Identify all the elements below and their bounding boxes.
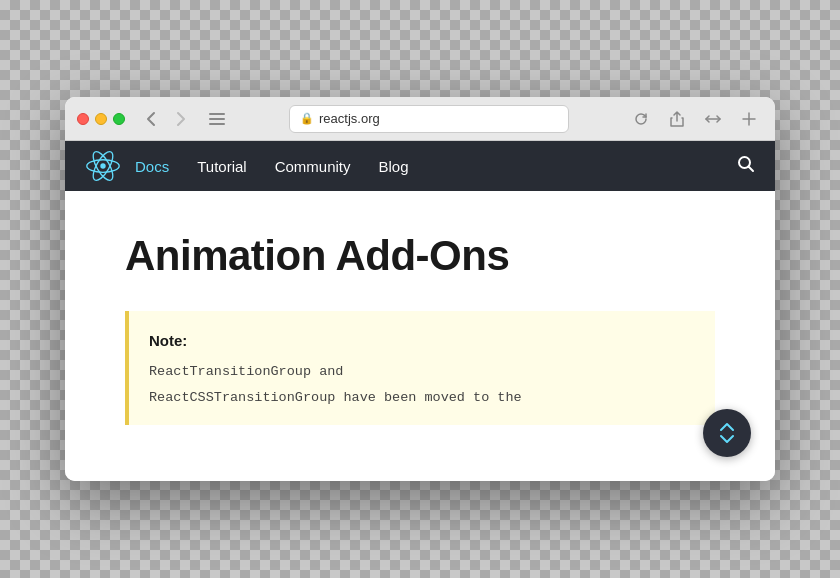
- note-box: Note: ReactTransitionGroup and ReactCSST…: [125, 311, 715, 424]
- close-button[interactable]: [77, 113, 89, 125]
- react-logo: [85, 148, 121, 184]
- menu-button[interactable]: [203, 105, 231, 133]
- new-tab-button[interactable]: [735, 105, 763, 133]
- traffic-lights: [77, 113, 125, 125]
- nav-buttons: [137, 105, 195, 133]
- address-bar[interactable]: 🔒 reactjs.org: [289, 105, 569, 133]
- note-label: Note:: [149, 329, 695, 353]
- back-button[interactable]: [137, 105, 165, 133]
- svg-point-8: [100, 163, 105, 168]
- url-text: reactjs.org: [319, 111, 380, 126]
- page-content: Animation Add-Ons Note: ReactTransitionG…: [65, 191, 775, 481]
- note-line1: ReactTransitionGroup and: [149, 361, 695, 383]
- nav-links: Docs Tutorial Community Blog: [121, 141, 737, 191]
- svg-rect-2: [209, 123, 225, 125]
- nav-blog[interactable]: Blog: [365, 141, 423, 191]
- nav-community[interactable]: Community: [261, 141, 365, 191]
- maximize-button[interactable]: [113, 113, 125, 125]
- svg-rect-0: [209, 113, 225, 115]
- site-nav: Docs Tutorial Community Blog: [65, 141, 775, 191]
- share-button[interactable]: [663, 105, 691, 133]
- more-button[interactable]: [699, 105, 727, 133]
- address-bar-wrapper: 🔒 reactjs.org: [247, 105, 611, 133]
- minimize-button[interactable]: [95, 113, 107, 125]
- page-title: Animation Add-Ons: [125, 231, 715, 281]
- scroll-widget[interactable]: [703, 409, 751, 457]
- nav-tutorial[interactable]: Tutorial: [183, 141, 260, 191]
- nav-docs[interactable]: Docs: [121, 141, 183, 191]
- note-line2: ReactCSSTransitionGroup have been moved …: [149, 387, 695, 409]
- title-bar: 🔒 reactjs.org: [65, 97, 775, 141]
- browser-window: 🔒 reactjs.org: [65, 97, 775, 481]
- svg-rect-1: [209, 118, 225, 120]
- svg-line-10: [749, 166, 754, 171]
- search-button[interactable]: [737, 155, 755, 178]
- refresh-button[interactable]: [627, 105, 655, 133]
- forward-button[interactable]: [167, 105, 195, 133]
- lock-icon: 🔒: [300, 112, 314, 125]
